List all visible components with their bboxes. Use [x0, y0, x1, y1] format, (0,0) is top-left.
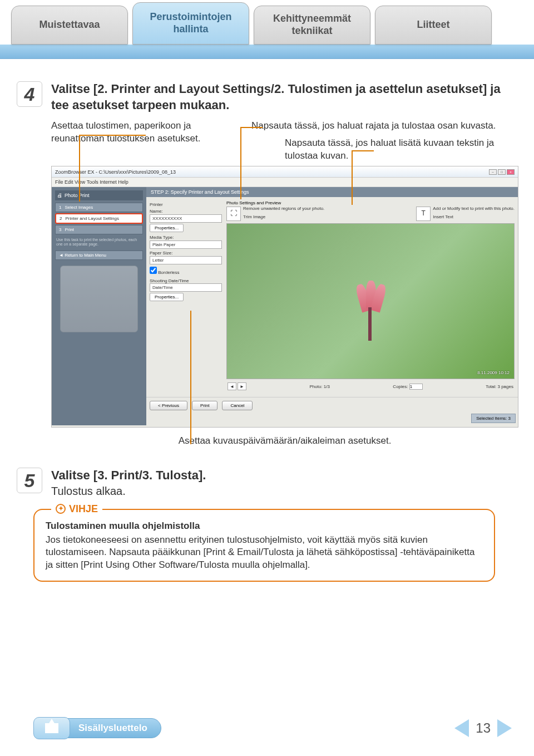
printer-illustration: [60, 266, 138, 332]
annot-insert-text: Napsauta tässä, jos haluat lisätä kuvaan…: [251, 137, 518, 163]
annot-date-settings: Asettaa kuvauspäivämäärän/aikaleiman ase…: [51, 435, 518, 446]
step-5-title: Valitse [3. Print/3. Tulosta].: [51, 468, 506, 484]
page-footer: Sisällysluettelo 13: [0, 717, 534, 739]
print-options-panel: Printer Name: XXXXXXXXXX Properties... M…: [150, 200, 222, 394]
main-step-header: STEP 2: Specify Printer and Layout Setti…: [146, 187, 518, 197]
copies-label: Copies:: [393, 384, 408, 389]
toc-button[interactable]: Sisällysluettelo: [67, 718, 161, 738]
media-type-label: Media Type:: [150, 235, 222, 240]
printer-group-label: Printer: [150, 202, 222, 207]
next-page-button[interactable]: [497, 719, 512, 737]
insert-text-desc: Add or Modify text to print with this ph…: [433, 207, 515, 212]
page-number: 13: [476, 720, 491, 736]
window-titlebar: ZoomBrowser EX - C:\Users\xxx\Pictures\2…: [52, 166, 518, 178]
total-pages: Total: 3 pages: [486, 384, 513, 389]
print-button[interactable]: Print: [192, 401, 217, 410]
trim-image-label: Trim Image: [243, 215, 324, 220]
photo-date-overlay: 8.11.2009 10:12: [477, 370, 510, 375]
task-sidebar: 🖨Photo Print 1Select Images 2Printer and…: [52, 187, 146, 425]
sidebar-note: Use this task to print the selected phot…: [56, 238, 142, 247]
prev-page-button[interactable]: [454, 719, 469, 737]
tab-reminders[interactable]: Muistettavaa: [11, 6, 128, 45]
photo-preview: 8.11.2009 10:12: [226, 223, 515, 379]
maximize-icon[interactable]: □: [498, 169, 506, 175]
next-photo-button[interactable]: ►: [238, 382, 246, 390]
hint-title: Tulostaminen muulla ohjelmistolla: [46, 520, 483, 533]
hint-body: Jos tietokoneeseesi on asennettu erityin…: [46, 534, 483, 572]
media-type-select[interactable]: Plain Paper: [150, 240, 222, 249]
step-5: 5 Valitse [3. Print/3. Tulosta]. Tulostu…: [17, 468, 506, 498]
step-number: 5: [17, 468, 42, 493]
shooting-date-group: Shooting Date/Time: [150, 278, 222, 283]
minimize-icon[interactable]: –: [489, 169, 497, 175]
paper-size-label: Paper Size:: [150, 251, 222, 256]
lightbulb-icon: ✦: [56, 504, 66, 514]
printer-properties-button[interactable]: Properties...: [150, 224, 184, 232]
wizard-step-1[interactable]: 1Select Images: [55, 203, 143, 212]
insert-text-label: Insert Text: [433, 215, 515, 220]
preview-header-label: Photo Settings and Preview: [226, 200, 515, 205]
printer-name-select[interactable]: XXXXXXXXXX: [150, 214, 222, 223]
annot-printer-settings: Asettaa tulostimen, paperikoon ja reunat…: [51, 120, 218, 163]
copies-input[interactable]: [409, 384, 423, 390]
hint-label: ✦ VIHJE: [51, 502, 102, 516]
selected-items-status: Selected Items: 3: [471, 414, 516, 423]
wizard-step-3[interactable]: 3Print: [55, 225, 143, 234]
tab-advanced[interactable]: Kehittyneemmät tekniikat: [254, 6, 370, 45]
prev-photo-button[interactable]: ◄: [228, 382, 236, 390]
app-screenshot: ZoomBrowser EX - C:\Users\xxx\Pictures\2…: [51, 166, 518, 428]
annot-trim: Napsauta tässä, jos haluat rajata ja tul…: [251, 120, 518, 132]
sidebar-header: 🖨Photo Print: [55, 190, 143, 200]
insert-text-icon[interactable]: T: [416, 207, 431, 221]
window-title: ZoomBrowser EX - C:\Users\xxx\Pictures\2…: [55, 169, 176, 175]
name-label: Name:: [150, 209, 222, 214]
wizard-step-2[interactable]: 2Printer and Layout Settings: [55, 213, 143, 224]
trim-image-icon[interactable]: ⛶: [226, 207, 241, 221]
tab-basic-ops[interactable]: Perustoimintojen hallinta: [132, 2, 249, 45]
step-5-sub: Tulostus alkaa.: [51, 485, 506, 498]
trim-desc: Remove unwanted regions of your photo.: [243, 207, 324, 212]
close-icon[interactable]: ×: [507, 169, 515, 175]
cancel-button[interactable]: Cancel: [222, 401, 253, 410]
hint-box: ✦ VIHJE Tulostaminen muulla ohjelmistoll…: [33, 509, 495, 582]
borderless-label: Borderless: [158, 270, 179, 275]
home-button[interactable]: [33, 717, 70, 739]
step-number: 4: [17, 81, 42, 107]
photo-counter: Photo: 1/3: [309, 384, 329, 389]
paper-size-select[interactable]: Letter: [150, 256, 222, 264]
step-4-title: Valitse [2. Printer and Layout Settings/…: [51, 81, 518, 113]
previous-button[interactable]: < Previous: [150, 401, 187, 410]
step-4: 4 Valitse [2. Printer and Layout Setting…: [17, 81, 506, 462]
tab-strip: [0, 45, 534, 59]
tab-appendix[interactable]: Liitteet: [375, 6, 492, 45]
nav-tabs: Muistettavaa Perustoimintojen hallinta K…: [0, 0, 534, 45]
home-icon: [45, 723, 58, 733]
menu-bar[interactable]: File Edit View Tools Internet Help: [52, 178, 518, 187]
return-main-menu-button[interactable]: ◄ Return to Main Menu: [55, 251, 143, 260]
date-time-select[interactable]: Date/Time: [150, 283, 222, 292]
date-properties-button[interactable]: Properties...: [150, 293, 184, 301]
borderless-checkbox[interactable]: [150, 267, 157, 274]
